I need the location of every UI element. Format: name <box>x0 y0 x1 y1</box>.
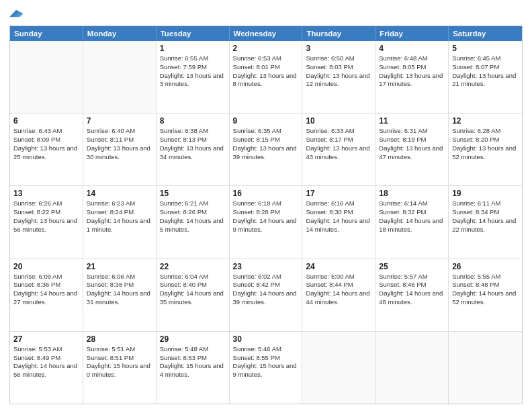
calendar-body: 1Sunrise: 6:55 AM Sunset: 7:59 PM Daylig… <box>10 41 522 404</box>
day-number: 15 <box>160 189 226 198</box>
day-info: Sunrise: 6:06 AM Sunset: 8:38 PM Dayligh… <box>87 273 152 307</box>
day-number: 20 <box>13 262 79 271</box>
day-info: Sunrise: 6:28 AM Sunset: 8:20 PM Dayligh… <box>452 127 519 161</box>
calendar-cell: 23Sunrise: 6:02 AM Sunset: 8:42 PM Dayli… <box>230 259 303 331</box>
calendar-cell: 6Sunrise: 6:43 AM Sunset: 8:09 PM Daylig… <box>10 113 83 185</box>
calendar-cell: 17Sunrise: 6:16 AM Sunset: 8:30 PM Dayli… <box>302 186 375 258</box>
day-info: Sunrise: 6:18 AM Sunset: 8:28 PM Dayligh… <box>233 199 299 234</box>
calendar-cell: 15Sunrise: 6:21 AM Sunset: 8:26 PM Dayli… <box>157 186 230 258</box>
day-number: 16 <box>233 189 299 198</box>
day-info: Sunrise: 6:21 AM Sunset: 8:26 PM Dayligh… <box>160 199 226 234</box>
day-number: 5 <box>452 44 519 53</box>
calendar-cell: 2Sunrise: 6:53 AM Sunset: 8:01 PM Daylig… <box>230 41 303 113</box>
calendar-cell: 26Sunrise: 5:55 AM Sunset: 8:48 PM Dayli… <box>449 259 522 331</box>
day-info: Sunrise: 6:48 AM Sunset: 8:05 PM Dayligh… <box>379 54 445 89</box>
day-info: Sunrise: 6:14 AM Sunset: 8:32 PM Dayligh… <box>379 199 445 234</box>
calendar-cell: 20Sunrise: 6:09 AM Sunset: 8:36 PM Dayli… <box>10 259 83 331</box>
calendar-header-cell: Thursday <box>302 26 375 41</box>
day-number: 3 <box>306 44 371 53</box>
day-number: 17 <box>306 189 371 198</box>
day-info: Sunrise: 6:33 AM Sunset: 8:17 PM Dayligh… <box>306 127 371 161</box>
calendar: SundayMondayTuesdayWednesdayThursdayFrid… <box>9 26 523 404</box>
calendar-cell: 11Sunrise: 6:31 AM Sunset: 8:19 PM Dayli… <box>375 113 449 185</box>
day-number: 4 <box>379 44 445 53</box>
calendar-cell: 12Sunrise: 6:28 AM Sunset: 8:20 PM Dayli… <box>449 113 522 185</box>
day-info: Sunrise: 5:48 AM Sunset: 8:53 PM Dayligh… <box>160 345 226 379</box>
logo-icon <box>9 7 23 20</box>
day-info: Sunrise: 6:00 AM Sunset: 8:44 PM Dayligh… <box>306 273 371 307</box>
day-number: 13 <box>13 189 79 198</box>
logo <box>9 7 26 20</box>
calendar-cell: 18Sunrise: 6:14 AM Sunset: 8:32 PM Dayli… <box>375 186 449 258</box>
calendar-cell: 25Sunrise: 5:57 AM Sunset: 8:46 PM Dayli… <box>375 259 449 331</box>
calendar-cell: 1Sunrise: 6:55 AM Sunset: 7:59 PM Daylig… <box>157 41 230 113</box>
day-number: 1 <box>160 44 226 53</box>
calendar-row: 1Sunrise: 6:55 AM Sunset: 7:59 PM Daylig… <box>10 41 522 113</box>
day-number: 10 <box>306 116 371 126</box>
calendar-cell <box>449 332 522 404</box>
day-number: 18 <box>379 189 445 198</box>
day-number: 29 <box>160 334 226 344</box>
calendar-cell: 21Sunrise: 6:06 AM Sunset: 8:38 PM Dayli… <box>83 259 157 331</box>
day-number: 7 <box>87 116 152 126</box>
calendar-cell: 28Sunrise: 5:51 AM Sunset: 8:51 PM Dayli… <box>83 332 157 404</box>
calendar-cell: 24Sunrise: 6:00 AM Sunset: 8:44 PM Dayli… <box>302 259 375 331</box>
day-info: Sunrise: 6:53 AM Sunset: 8:01 PM Dayligh… <box>233 54 299 89</box>
day-info: Sunrise: 6:40 AM Sunset: 8:11 PM Dayligh… <box>87 127 152 161</box>
calendar-cell: 13Sunrise: 6:26 AM Sunset: 8:22 PM Dayli… <box>10 186 83 258</box>
day-number: 21 <box>87 262 152 271</box>
day-info: Sunrise: 5:51 AM Sunset: 8:51 PM Dayligh… <box>87 345 152 379</box>
calendar-cell: 29Sunrise: 5:48 AM Sunset: 8:53 PM Dayli… <box>157 332 230 404</box>
calendar-cell <box>83 41 157 113</box>
day-info: Sunrise: 6:45 AM Sunset: 8:07 PM Dayligh… <box>452 54 519 89</box>
day-number: 27 <box>13 334 79 344</box>
day-info: Sunrise: 6:50 AM Sunset: 8:03 PM Dayligh… <box>306 54 371 89</box>
calendar-cell <box>302 332 375 404</box>
day-info: Sunrise: 6:31 AM Sunset: 8:19 PM Dayligh… <box>379 127 445 161</box>
calendar-header-cell: Friday <box>375 26 449 41</box>
day-info: Sunrise: 6:35 AM Sunset: 8:15 PM Dayligh… <box>233 127 299 161</box>
day-info: Sunrise: 6:11 AM Sunset: 8:34 PM Dayligh… <box>452 199 519 234</box>
calendar-cell: 10Sunrise: 6:33 AM Sunset: 8:17 PM Dayli… <box>302 113 375 185</box>
calendar-header-cell: Monday <box>83 26 157 41</box>
day-number: 24 <box>306 262 371 271</box>
day-number: 25 <box>379 262 445 271</box>
day-number: 30 <box>233 334 299 344</box>
day-info: Sunrise: 6:26 AM Sunset: 8:22 PM Dayligh… <box>13 199 79 234</box>
calendar-header: SundayMondayTuesdayWednesdayThursdayFrid… <box>10 26 522 41</box>
calendar-cell: 3Sunrise: 6:50 AM Sunset: 8:03 PM Daylig… <box>302 41 375 113</box>
calendar-cell: 22Sunrise: 6:04 AM Sunset: 8:40 PM Dayli… <box>157 259 230 331</box>
calendar-row: 6Sunrise: 6:43 AM Sunset: 8:09 PM Daylig… <box>10 113 522 185</box>
day-info: Sunrise: 6:38 AM Sunset: 8:13 PM Dayligh… <box>160 127 226 161</box>
calendar-cell: 7Sunrise: 6:40 AM Sunset: 8:11 PM Daylig… <box>83 113 157 185</box>
day-number: 8 <box>160 116 226 126</box>
calendar-header-cell: Tuesday <box>157 26 230 41</box>
day-number: 12 <box>452 116 519 126</box>
day-info: Sunrise: 5:53 AM Sunset: 8:49 PM Dayligh… <box>13 345 79 379</box>
day-number: 22 <box>160 262 226 271</box>
calendar-cell: 8Sunrise: 6:38 AM Sunset: 8:13 PM Daylig… <box>157 113 230 185</box>
day-number: 11 <box>379 116 445 126</box>
day-info: Sunrise: 6:43 AM Sunset: 8:09 PM Dayligh… <box>13 127 79 161</box>
day-info: Sunrise: 5:57 AM Sunset: 8:46 PM Dayligh… <box>379 273 445 307</box>
day-info: Sunrise: 6:09 AM Sunset: 8:36 PM Dayligh… <box>13 273 79 307</box>
day-number: 9 <box>233 116 299 126</box>
calendar-row: 20Sunrise: 6:09 AM Sunset: 8:36 PM Dayli… <box>10 259 522 331</box>
day-info: Sunrise: 6:16 AM Sunset: 8:30 PM Dayligh… <box>306 199 371 234</box>
calendar-cell: 14Sunrise: 6:23 AM Sunset: 8:24 PM Dayli… <box>83 186 157 258</box>
calendar-header-cell: Sunday <box>10 26 83 41</box>
day-info: Sunrise: 5:55 AM Sunset: 8:48 PM Dayligh… <box>452 273 519 307</box>
calendar-cell: 9Sunrise: 6:35 AM Sunset: 8:15 PM Daylig… <box>230 113 303 185</box>
day-number: 26 <box>452 262 519 271</box>
calendar-cell: 30Sunrise: 5:46 AM Sunset: 8:55 PM Dayli… <box>230 332 303 404</box>
calendar-cell: 4Sunrise: 6:48 AM Sunset: 8:05 PM Daylig… <box>375 41 449 113</box>
calendar-header-cell: Wednesday <box>230 26 303 41</box>
calendar-cell: 5Sunrise: 6:45 AM Sunset: 8:07 PM Daylig… <box>449 41 522 113</box>
calendar-cell <box>10 41 83 113</box>
page-header <box>9 7 523 20</box>
calendar-cell: 16Sunrise: 6:18 AM Sunset: 8:28 PM Dayli… <box>230 186 303 258</box>
day-info: Sunrise: 5:46 AM Sunset: 8:55 PM Dayligh… <box>233 345 299 379</box>
day-info: Sunrise: 6:55 AM Sunset: 7:59 PM Dayligh… <box>160 54 226 89</box>
day-number: 28 <box>87 334 152 344</box>
day-number: 23 <box>233 262 299 271</box>
